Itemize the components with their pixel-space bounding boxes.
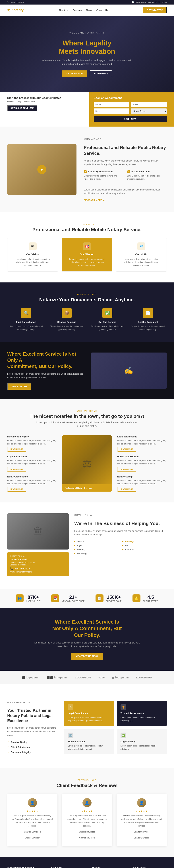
nicest-item6-btn[interactable]: LEARN MORE bbox=[117, 487, 136, 492]
brand-3: LOGOPSUM bbox=[75, 676, 91, 679]
footer: Subscribe to Newsletter Sign up newslett… bbox=[0, 857, 174, 868]
nicest-item4-btn[interactable]: LEARN MORE bbox=[117, 447, 136, 452]
nicest-item4-title: Legal Witnessing bbox=[117, 435, 167, 438]
hero-description: Wherever you are, Notarify digital notar… bbox=[42, 59, 132, 66]
footer-contact: Get In Touch 📍 123 Anywhere St, Any City… bbox=[132, 866, 167, 868]
nicest-item-1: Document Integrity Lorem ipsum dolor sit… bbox=[7, 435, 57, 452]
feature-insurance: ✓ Insurance Claim Simply dummy text of t… bbox=[127, 170, 167, 184]
nav-services[interactable]: Services bbox=[73, 9, 82, 11]
motto-icon: 💎 bbox=[137, 242, 145, 250]
stat-projects-info: 150K+ PROJECT DONE bbox=[106, 594, 122, 602]
city-anambas: Anambas bbox=[122, 548, 167, 551]
appointment-service-select[interactable]: Select Service bbox=[131, 108, 167, 114]
appointment-name-input[interactable] bbox=[94, 102, 129, 107]
coverage-info: COVER AREA We're In The Business of Help… bbox=[74, 513, 167, 578]
testimonial3-role: Charter Davidson bbox=[121, 836, 163, 840]
nicest-item5-title: Public Notarization bbox=[117, 455, 167, 458]
motto-title: Our Motto bbox=[120, 253, 162, 256]
policy-banner1-content: Where Excellent Service Is Not Only A Co… bbox=[7, 351, 83, 390]
nicest-item2-btn[interactable]: LEARN MORE bbox=[7, 467, 26, 472]
coverage-notary-card: 🏛 NOTARY PUBLIC John Campbell Jalan Cemp… bbox=[7, 513, 69, 578]
footer-grid: Subscribe to Newsletter Sign up newslett… bbox=[7, 866, 167, 868]
footer-newsletter: Subscribe to Newsletter Sign up newslett… bbox=[7, 866, 46, 868]
nicest-item5-btn[interactable]: LEARN MORE bbox=[117, 467, 136, 472]
testimonial1-stars: ★★★★★ bbox=[11, 810, 53, 813]
city-dot-icon4 bbox=[74, 553, 76, 554]
feature-statutory-title: ✓ Statutory Declarations bbox=[84, 170, 123, 173]
nicest-item3-btn[interactable]: LEARN MORE bbox=[7, 487, 26, 492]
nicest-center-image: ⚖ Professional Notary Services bbox=[62, 435, 112, 492]
hiw-step4-icon: 📄 bbox=[143, 308, 153, 318]
coverage-section: 🏛 NOTARY PUBLIC John Campbell Jalan Cemp… bbox=[0, 502, 174, 589]
why-card-trusted-desc: Lorem ipsum dolor sit amet consectetur a… bbox=[120, 716, 163, 722]
why-feature-1: ✓ Creative Quality bbox=[7, 741, 59, 744]
notary-profile-card: NOTARY PUBLIC John Campbell Jalan Cempak… bbox=[7, 552, 69, 576]
value-cards: 👁 Our Vision Lorem ipsum dolor sit amet,… bbox=[7, 238, 167, 272]
why-card-validity-desc: Lorem ipsum dolor sit amet consectetur a… bbox=[120, 744, 163, 751]
nicest-item-4: Legal Witnessing Lorem ipsum dolor sit a… bbox=[117, 435, 167, 452]
top-bar: 📞 (888) 0500-214 🕐 Office Hours: Mon-Fri… bbox=[0, 0, 174, 4]
nav-news[interactable]: News bbox=[86, 9, 92, 11]
why-description: Lorem ipsum dolor sit amet, consectetur … bbox=[7, 726, 59, 737]
scales-of-justice-icon: ⚖ bbox=[82, 457, 92, 470]
why-feature-2: ✓ Client Satisfaction bbox=[7, 746, 59, 749]
nicest-item2-desc: Lorem ipsum dolor sit amet, consectetur … bbox=[7, 459, 57, 465]
why-card-flexible: 🔄 Flexible Service Lorem ipsum dolor sit… bbox=[64, 729, 114, 754]
coverage-title: We're In The Business of Helping You. bbox=[74, 521, 167, 527]
stat-rating-info: 4.5 CLIENT REVIEW bbox=[143, 594, 158, 602]
why-card-trusted: 🏆 Trusted Performance Lorem ipsum dolor … bbox=[117, 701, 167, 726]
testimonials-label: TESTIMONIALS bbox=[7, 779, 167, 781]
nicest-right-col: Legal Witnessing Lorem ipsum dolor sit a… bbox=[117, 435, 167, 492]
projects-icon: 📋 bbox=[95, 594, 104, 602]
notary-name: John Campbell bbox=[10, 558, 66, 561]
brand-1: ⬛ logopsum bbox=[22, 676, 39, 679]
testimonial-1: 👤 ★★★★★ This is a great service! The tea… bbox=[7, 794, 57, 846]
testimonial1-name: Charles Davidson bbox=[11, 830, 53, 834]
appt-row2: Select Service bbox=[94, 108, 167, 114]
why-card-legal: ⚖ Legal Compliance Lorem ipsum dolor sit… bbox=[64, 701, 114, 726]
nicest-item-6: Notary Stamp Lorem ipsum dolor sit amet,… bbox=[117, 475, 167, 492]
hiw-step3-desc: Simply dummy text of the printing and ty… bbox=[88, 325, 126, 331]
hiw-step2-title: Choose Package bbox=[48, 321, 86, 323]
download-template-button[interactable]: DOWNLOAD TEMPLATE bbox=[7, 105, 37, 111]
nav-about[interactable]: About Us bbox=[59, 9, 68, 11]
testimonial2-avatar: 👤 bbox=[83, 798, 91, 807]
policy-banner-1: Where Excellent Service Is Not Only A Co… bbox=[0, 342, 174, 399]
feature-insurance-title: ✓ Insurance Claim bbox=[127, 170, 167, 173]
city-dot-icon2 bbox=[74, 545, 76, 546]
nicest-center-col: ⚖ Professional Notary Services bbox=[62, 435, 112, 492]
hero-title: Where Legality Meets Innovation bbox=[42, 39, 132, 56]
hiw-step2-icon: 📦 bbox=[62, 308, 72, 318]
value-card-mission: 🎯 Our Mission Lorem ipsum dolor sit amet… bbox=[62, 238, 112, 272]
appointment-date-input[interactable] bbox=[94, 108, 129, 114]
policy-get-started-button[interactable]: GET STARTED bbox=[7, 383, 31, 390]
stat-rating-value: 4.5 bbox=[143, 594, 158, 600]
template-download: Start the process with our legal templat… bbox=[7, 92, 85, 127]
hero-learn-button[interactable]: KNOW MORE bbox=[90, 70, 112, 77]
why-choose-section: WHY CHOOSE US Your Trusted Partner in No… bbox=[0, 684, 174, 768]
our-value-title: Professional and Reliable Mobile Notary … bbox=[7, 227, 167, 232]
policy-contact-button[interactable]: CONTACT US NOW bbox=[71, 653, 103, 660]
play-video-button[interactable]: ▶ bbox=[37, 165, 47, 174]
mission-desc: Lorem ipsum dolor sit amet, consectetur … bbox=[66, 258, 108, 267]
book-now-button[interactable]: BOOK NOW bbox=[94, 116, 167, 122]
who-learn-more-link[interactable]: DISCOVER MORE ▶ bbox=[84, 199, 167, 202]
hiw-step1-desc: Simply dummy text of the printing and ty… bbox=[7, 325, 45, 331]
nicest-item1-desc: Lorem ipsum dolor sit amet, consectetur … bbox=[7, 439, 57, 445]
nav-cta-button[interactable]: GET STARTED bbox=[143, 7, 167, 13]
hero-discover-button[interactable]: DISCOVER NOW bbox=[62, 70, 87, 77]
why-card-trusted-title: Trusted Performance bbox=[120, 712, 163, 715]
motto-desc: Lorem ipsum dolor sit amet, consectetur … bbox=[120, 258, 162, 267]
appointment-email-input[interactable] bbox=[131, 102, 167, 107]
nicest-item1-btn[interactable]: LEARN MORE bbox=[7, 447, 26, 452]
hero-content: WELCOME TO NOTARIFY Where Legality Meets… bbox=[42, 31, 132, 77]
testimonial-3: 👤 ★★★★★ This is a great service! The tea… bbox=[117, 794, 167, 846]
testimonials-title: Client Feedback & Reviews bbox=[7, 783, 167, 788]
brand5-icon: ◼ bbox=[112, 676, 114, 679]
template-desc: Download Template Documents bbox=[7, 100, 81, 103]
why-card-legal-desc: Lorem ipsum dolor sit amet consectetur a… bbox=[67, 716, 110, 722]
stat-experience-value: 21+ bbox=[62, 594, 84, 600]
nav-contact[interactable]: Contact Us bbox=[96, 9, 108, 11]
check-mark-icon2: ✓ bbox=[7, 746, 9, 749]
brand2-dots-icon: ⬛⬛ bbox=[47, 676, 53, 679]
